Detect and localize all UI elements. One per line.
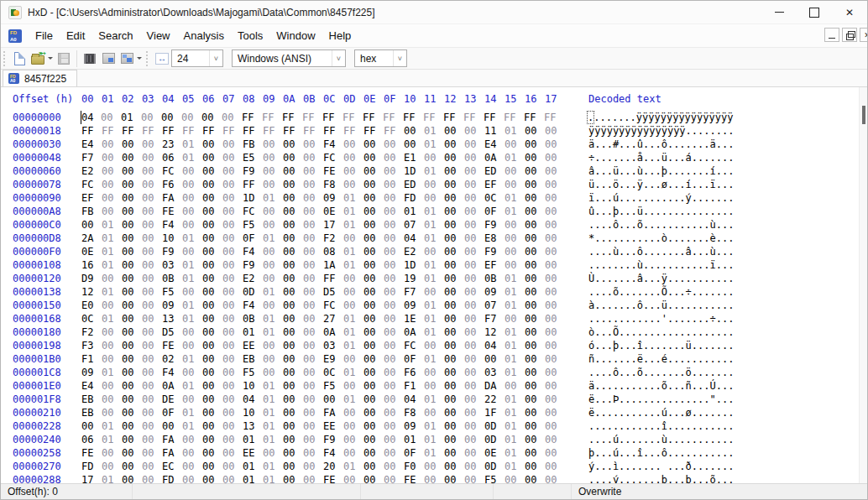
hex-byte[interactable]: 01 <box>343 326 363 339</box>
hex-byte[interactable]: 00 <box>283 205 303 218</box>
hex-byte[interactable]: EE <box>243 446 263 460</box>
hex-byte[interactable]: 00 <box>505 245 525 258</box>
hex-byte[interactable]: DA <box>484 379 505 393</box>
hex-byte[interactable]: 0C <box>81 312 102 326</box>
hex-byte[interactable]: 00 <box>444 312 464 326</box>
hex-byte[interactable]: 01 <box>424 352 444 366</box>
hex-byte[interactable]: 00 <box>303 339 323 352</box>
hex-byte[interactable]: 00 <box>424 406 444 419</box>
hex-byte[interactable]: 00 <box>142 339 162 352</box>
hex-byte[interactable]: 01 <box>102 218 122 232</box>
hex-byte[interactable]: 00 <box>444 406 464 419</box>
hex-byte[interactable]: 00 <box>464 352 484 366</box>
hex-byte[interactable]: F9 <box>484 218 505 232</box>
hex-byte[interactable]: 00 <box>363 433 384 446</box>
hex-byte[interactable]: 00 <box>182 178 202 191</box>
menu-item-analysis[interactable]: Analysis <box>177 25 231 46</box>
open-dropdown-icon[interactable] <box>48 57 53 62</box>
hex-byte[interactable]: 0C <box>323 366 343 379</box>
hex-byte[interactable]: 00 <box>444 151 464 164</box>
hex-byte[interactable]: 01 <box>343 258 363 272</box>
hex-byte[interactable]: 00 <box>222 299 243 312</box>
hex-byte[interactable]: 01 <box>424 419 444 433</box>
hex-byte[interactable]: 00 <box>263 366 283 379</box>
hex-byte[interactable]: 01 <box>182 299 202 312</box>
hex-byte[interactable]: 07 <box>484 299 505 312</box>
hex-byte[interactable]: 06 <box>81 433 102 446</box>
hex-byte[interactable]: 00 <box>202 352 222 366</box>
hex-byte[interactable]: 00 <box>81 218 102 232</box>
hex-byte[interactable]: 00 <box>283 446 303 460</box>
hex-byte[interactable]: 00 <box>303 366 323 379</box>
hex-byte[interactable]: 00 <box>283 245 303 258</box>
hex-byte[interactable]: 00 <box>464 138 484 151</box>
hex-byte[interactable]: 01 <box>182 232 202 245</box>
hex-byte[interactable]: 0D <box>243 285 263 299</box>
hex-byte[interactable]: 09 <box>81 366 102 379</box>
hex-byte[interactable]: 07 <box>404 218 424 232</box>
menu-item-window[interactable]: Window <box>269 25 322 46</box>
hex-byte[interactable]: 00 <box>545 245 565 258</box>
hex-byte[interactable]: 03 <box>162 258 182 272</box>
hex-byte[interactable]: FE <box>81 446 102 460</box>
hex-byte[interactable]: 01 <box>182 352 202 366</box>
hex-byte[interactable]: 03 <box>484 366 505 379</box>
hex-byte[interactable]: FF <box>443 111 463 124</box>
hex-byte[interactable]: F1 <box>81 352 102 366</box>
hex-byte[interactable]: 00 <box>202 151 222 164</box>
hex-byte[interactable]: 00 <box>263 339 283 352</box>
hex-byte[interactable]: 00 <box>222 111 242 124</box>
hex-byte[interactable]: 01 <box>424 205 444 218</box>
hex-byte[interactable]: 00 <box>222 352 243 366</box>
hex-byte[interactable]: 01 <box>343 191 363 205</box>
hex-byte[interactable]: 1D <box>404 164 424 178</box>
hex-byte[interactable]: 00 <box>545 191 565 205</box>
hex-byte[interactable]: 01 <box>182 258 202 272</box>
hex-byte[interactable]: 00 <box>263 178 283 191</box>
decoded-row[interactable]: ë...Þ..............."... <box>588 393 734 406</box>
hex-byte[interactable]: 09 <box>404 299 424 312</box>
hex-byte[interactable]: 00 <box>404 138 424 151</box>
hex-byte[interactable]: E4 <box>484 138 505 151</box>
hex-byte[interactable]: F4 <box>323 138 343 151</box>
hex-byte[interactable]: 04 <box>81 111 101 124</box>
hex-byte[interactable]: 00 <box>464 178 484 191</box>
hex-byte[interactable]: 00 <box>102 352 122 366</box>
hex-byte[interactable]: 01 <box>505 419 525 433</box>
hex-byte[interactable]: 00 <box>122 245 142 258</box>
hex-byte[interactable]: 00 <box>263 299 283 312</box>
hex-byte[interactable]: 00 <box>142 245 162 258</box>
hex-byte[interactable]: 0F <box>404 352 424 366</box>
hex-byte[interactable]: 00 <box>464 406 484 419</box>
hex-byte[interactable]: FF <box>243 124 263 138</box>
hex-byte[interactable]: 00 <box>323 393 343 406</box>
decoded-row[interactable]: ....ô...õ.......ö....... <box>588 366 734 379</box>
hex-byte[interactable]: 00 <box>142 205 162 218</box>
hex-byte[interactable]: 00 <box>525 393 545 406</box>
hex-byte[interactable]: 00 <box>182 164 202 178</box>
hex-byte[interactable]: 00 <box>384 446 404 460</box>
hex-byte[interactable]: 00 <box>363 258 384 272</box>
hex-byte[interactable]: 00 <box>464 446 484 460</box>
hex-byte[interactable]: 10 <box>243 379 263 393</box>
hex-byte[interactable]: 0F <box>243 232 263 245</box>
hex-byte[interactable]: 00 <box>182 245 202 258</box>
hex-byte[interactable]: 04 <box>404 232 424 245</box>
hex-byte[interactable]: 01 <box>424 393 444 406</box>
hex-byte[interactable]: 00 <box>424 285 444 299</box>
hex-byte[interactable]: 00 <box>222 446 243 460</box>
hex-byte[interactable]: E9 <box>323 352 343 366</box>
hex-byte[interactable]: 00 <box>102 191 122 205</box>
hex-byte[interactable]: 00 <box>545 258 565 272</box>
hex-byte[interactable]: 01 <box>121 111 141 124</box>
hex-byte[interactable]: 01 <box>102 419 122 433</box>
hex-byte[interactable]: 09 <box>323 191 343 205</box>
hex-byte[interactable]: 00 <box>283 272 303 285</box>
hex-byte[interactable]: 00 <box>363 232 384 245</box>
hex-byte[interactable]: 00 <box>363 312 384 326</box>
hex-byte[interactable]: 00 <box>122 258 142 272</box>
hex-byte[interactable]: 00 <box>142 218 162 232</box>
hex-byte[interactable]: 2A <box>81 232 102 245</box>
hex-byte[interactable]: EC <box>162 460 182 473</box>
hex-byte[interactable]: 10 <box>162 232 182 245</box>
